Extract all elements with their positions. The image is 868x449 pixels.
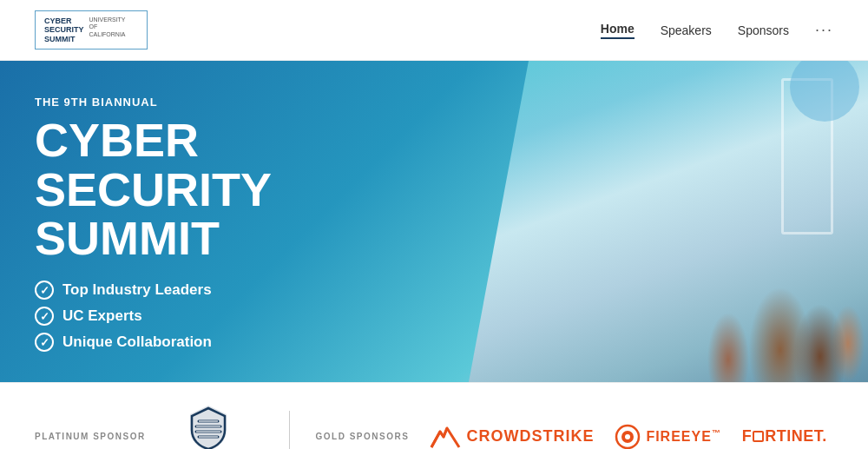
ibm-sponsor-logo: IBM Security [172,404,246,449]
site-logo[interactable]: CYBER SECURITY SUMMIT UNIVERSITYOFCALIFO… [35,10,148,50]
nav-more[interactable]: ··· [815,21,833,39]
crowdstrike-logo: CROWDSTRIKE [430,425,594,449]
logo-cyber-text: CYBER SECURITY SUMMIT [44,17,84,43]
crowdstrike-icon [430,425,461,449]
sponsors-bar: PLATINUM SPONSOR IBM Security GOLD SPONS… [0,382,868,449]
nav-home[interactable]: Home [601,22,635,39]
bullet-3: ✓ Unique Collaboration [35,333,425,352]
hero-content: THE 9TH BIANNUAL CYBER SECURITY SUMMIT ✓… [0,61,451,382]
hero-title: CYBER SECURITY SUMMIT [35,116,425,263]
hero-photo [469,61,868,382]
ibm-shield-icon [187,404,230,449]
hero-subtitle: THE 9TH BIANNUAL [35,96,425,109]
fireeye-logo: FIREEYE™ [615,424,720,450]
platinum-label: PLATINUM SPONSOR [35,432,146,441]
crowdstrike-name: CROWDSTRIKE [466,427,594,446]
check-icon-1: ✓ [35,281,54,300]
nav-speakers[interactable]: Speakers [661,23,712,37]
bullet-2: ✓ UC Experts [35,307,425,326]
fireeye-icon [615,424,641,450]
fortinet-name: FRTINET. [742,427,827,445]
fortinet-logo: FRTINET. [742,427,827,446]
fireeye-name: FIREEYE™ [646,428,720,445]
hero-bullets: ✓ Top Industry Leaders ✓ UC Experts ✓ Un… [35,281,425,359]
svg-point-10 [625,434,630,439]
hero-banner: THE 9TH BIANNUAL CYBER SECURITY SUMMIT ✓… [0,61,868,382]
check-icon-2: ✓ [35,307,54,326]
navbar: CYBER SECURITY SUMMIT UNIVERSITYOFCALIFO… [0,0,868,61]
gold-sponsor-logos: CROWDSTRIKE FIREEYE™ FRTINET. [430,424,826,450]
sponsor-divider [289,411,290,450]
logo-uc-text: UNIVERSITYOFCALIFORNIA [89,17,126,38]
check-icon-3: ✓ [35,333,54,352]
gold-label: GOLD SPONSORS [316,432,410,441]
nav-links: Home Speakers Sponsors ··· [601,21,833,39]
nav-sponsors[interactable]: Sponsors [738,23,789,37]
bullet-1: ✓ Top Industry Leaders [35,281,425,300]
